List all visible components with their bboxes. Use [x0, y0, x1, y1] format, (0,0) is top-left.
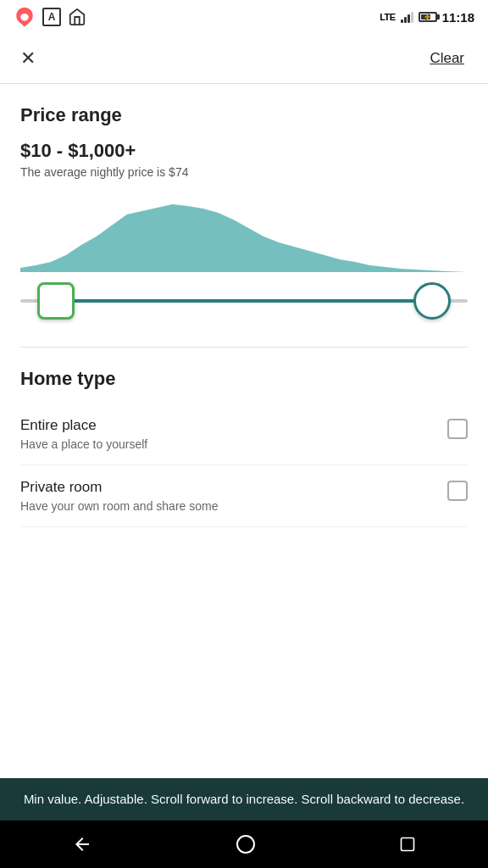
section-divider	[20, 347, 468, 348]
app-icon-a: A	[42, 8, 61, 26]
private-room-item: Private room Have your own room and shar…	[20, 465, 468, 527]
slider-track-filled	[56, 299, 432, 303]
time-display: 11:18	[442, 10, 474, 25]
entire-place-checkbox[interactable]	[447, 419, 468, 439]
entire-place-text: Entire place Have a place to yourself	[20, 417, 147, 451]
svg-point-0	[237, 836, 254, 853]
svg-rect-1	[402, 838, 414, 851]
price-range-section: Price range $10 - $1,000+ The average ni…	[20, 104, 468, 326]
main-content: Price range $10 - $1,000+ The average ni…	[0, 84, 488, 778]
signal-icon	[401, 11, 413, 23]
status-bar: A LTE ⚡ 11:18	[0, 0, 488, 34]
price-range-title: Price range	[20, 104, 468, 126]
price-histogram	[20, 196, 468, 272]
lte-icon: LTE	[380, 12, 395, 22]
entire-place-label: Entire place	[20, 417, 147, 434]
private-room-text: Private room Have your own room and shar…	[20, 479, 218, 513]
battery-icon: ⚡	[419, 12, 437, 22]
airbnb-icon	[14, 6, 36, 28]
android-nav-bar	[0, 821, 488, 868]
back-button[interactable]	[65, 827, 99, 861]
clear-button[interactable]: Clear	[423, 47, 471, 70]
home-type-section: Home type Entire place Have a place to y…	[20, 368, 468, 527]
home-type-title: Home type	[20, 368, 468, 390]
slider-track-wrap[interactable]	[20, 275, 468, 326]
average-price-text: The average nightly price is $74	[20, 165, 468, 179]
max-price-handle[interactable]	[413, 282, 451, 320]
entire-place-description: Have a place to yourself	[20, 437, 147, 451]
min-price-handle[interactable]	[37, 282, 75, 320]
price-slider-container	[20, 196, 468, 326]
recents-button[interactable]	[392, 829, 423, 860]
status-bar-system: LTE ⚡ 11:18	[380, 10, 474, 25]
slider-tooltip: Min value. Adjustable. Scroll forward to…	[0, 778, 488, 821]
close-button[interactable]: ✕	[17, 44, 39, 73]
private-room-checkbox[interactable]	[447, 481, 468, 501]
home-button[interactable]	[229, 827, 263, 861]
tooltip-text: Min value. Adjustable. Scroll forward to…	[24, 792, 464, 806]
app-icon-home	[68, 8, 86, 26]
private-room-label: Private room	[20, 479, 218, 496]
entire-place-item: Entire place Have a place to yourself	[20, 403, 468, 465]
nav-bar: ✕ Clear	[0, 34, 488, 84]
private-room-description: Have your own room and share some	[20, 499, 218, 513]
price-range-values: $10 - $1,000+	[20, 140, 468, 162]
status-bar-apps: A	[14, 6, 86, 28]
